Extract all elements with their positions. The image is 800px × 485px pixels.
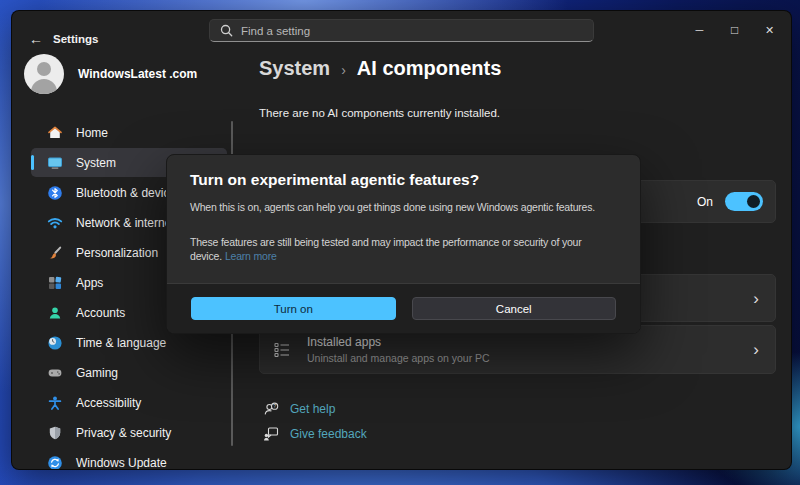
windows-update-icon	[47, 455, 63, 471]
empty-state-message: There are no AI components currently ins…	[259, 107, 500, 119]
sidebar-item-label: Apps	[76, 276, 103, 290]
breadcrumb-parent[interactable]: System	[259, 57, 330, 80]
turn-on-button[interactable]: Turn on	[191, 297, 396, 320]
link-label: Give feedback	[290, 427, 367, 441]
gaming-icon	[47, 365, 63, 381]
chevron-right-icon: ›	[753, 341, 759, 358]
personalization-icon	[47, 245, 63, 261]
bluetooth-icon	[47, 185, 63, 201]
sidebar-item-label: Gaming	[76, 366, 118, 380]
desktop-wallpaper: { "window": { "title": "Settings" }, "ti…	[0, 0, 800, 485]
get-help-icon: ?	[263, 401, 279, 417]
accessibility-icon	[47, 395, 63, 411]
breadcrumb: System › AI components	[259, 57, 501, 80]
cancel-button[interactable]: Cancel	[412, 297, 617, 320]
installed-apps-icon	[273, 341, 291, 359]
agentic-features-dialog: Turn on experimental agentic features? W…	[166, 154, 641, 334]
privacy-security-icon	[47, 425, 63, 441]
accounts-icon	[47, 305, 63, 321]
link-label: Get help	[290, 402, 335, 416]
user-name: WindowsLatest .com	[78, 67, 197, 81]
toggle-switch[interactable]	[725, 192, 763, 211]
toggle-knob	[747, 195, 760, 208]
sidebar-item-label: Network & internet	[76, 216, 175, 230]
home-icon	[47, 125, 63, 141]
learn-more-link[interactable]: Learn more	[225, 250, 277, 262]
get-help-link[interactable]: ? Get help	[263, 399, 335, 419]
sidebar-item-label: System	[76, 156, 116, 170]
toggle-state-label: On	[697, 195, 713, 209]
row-title: Installed apps	[307, 335, 490, 349]
dialog-footer: Turn on Cancel	[167, 283, 640, 333]
sidebar-item-label: Personalization	[76, 246, 158, 260]
dialog-paragraph-2: These features are still being tested an…	[190, 235, 617, 264]
avatar	[24, 54, 64, 94]
give-feedback-icon	[263, 426, 279, 442]
back-icon: ←	[29, 31, 43, 47]
sidebar-item-gaming[interactable]: Gaming	[31, 358, 227, 387]
row-subtitle: Uninstall and manage apps on your PC	[307, 352, 490, 364]
sidebar-item-windows-update[interactable]: Windows Update	[31, 448, 227, 470]
window-title: Settings	[53, 33, 98, 45]
network-icon	[47, 215, 63, 231]
give-feedback-link[interactable]: Give feedback	[263, 424, 367, 444]
system-icon	[47, 155, 63, 171]
chevron-right-icon: ›	[753, 290, 759, 307]
svg-text:?: ?	[273, 403, 276, 409]
back-button[interactable]: ←	[24, 27, 48, 51]
sidebar-item-label: Time & language	[76, 336, 166, 350]
dialog-title: Turn on experimental agentic features?	[190, 171, 617, 189]
time-language-icon	[47, 335, 63, 351]
apps-icon	[47, 275, 63, 291]
sidebar-item-label: Windows Update	[76, 456, 167, 470]
sidebar-item-privacy-security[interactable]: Privacy & security	[31, 418, 227, 447]
sidebar-item-label: Home	[76, 126, 108, 140]
breadcrumb-separator-icon: ›	[341, 60, 346, 78]
page-title: AI components	[357, 57, 501, 80]
sidebar-item-home[interactable]: Home	[31, 118, 227, 147]
sidebar-item-label: Accounts	[76, 306, 125, 320]
settings-window: ← Settings ─ □ ✕ WindowsLatest .com Home	[11, 10, 792, 470]
sidebar-item-accessibility[interactable]: Accessibility	[31, 388, 227, 417]
dialog-paragraph-1: When this is on, agents can help you get…	[190, 200, 617, 215]
sidebar-item-label: Privacy & security	[76, 426, 171, 440]
sidebar-item-label: Accessibility	[76, 396, 141, 410]
search-icon	[220, 24, 233, 37]
user-profile: WindowsLatest .com	[24, 54, 197, 94]
